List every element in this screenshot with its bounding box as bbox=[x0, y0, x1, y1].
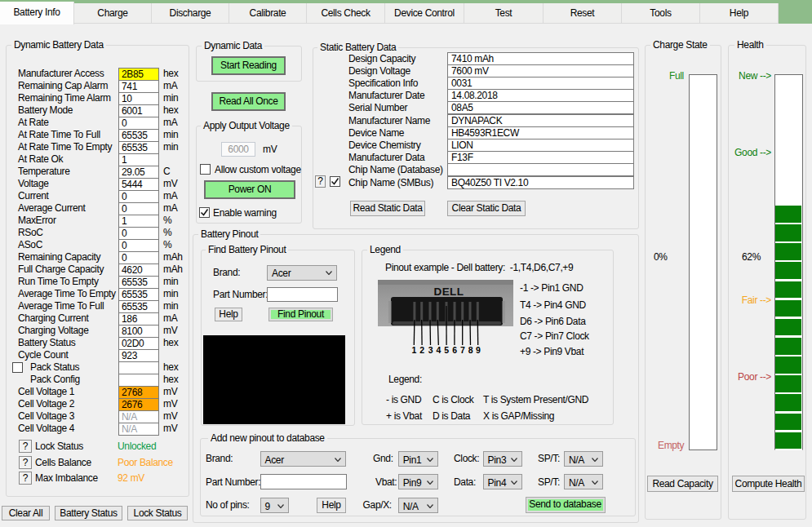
svg-text:3: 3 bbox=[428, 345, 433, 354]
svg-text:6: 6 bbox=[452, 345, 457, 354]
svg-text:5: 5 bbox=[444, 345, 449, 354]
svg-text:1: 1 bbox=[412, 345, 417, 354]
svg-text:2: 2 bbox=[419, 345, 424, 354]
svg-text:7: 7 bbox=[460, 345, 465, 354]
svg-text:4: 4 bbox=[437, 345, 441, 354]
svg-text:DELL: DELL bbox=[434, 286, 464, 298]
svg-text:8: 8 bbox=[468, 345, 473, 354]
svg-text:9: 9 bbox=[476, 345, 481, 354]
